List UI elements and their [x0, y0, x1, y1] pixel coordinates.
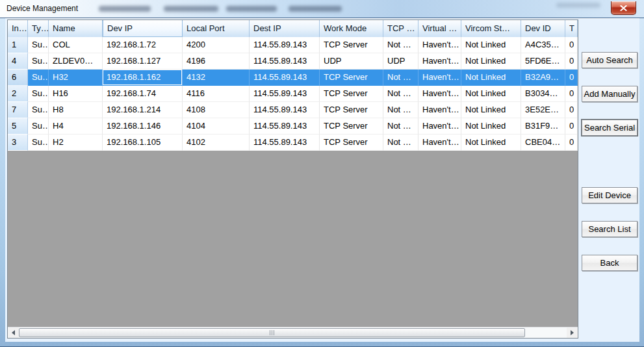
table-row[interactable]: 6Su…H32192.168.1.1624132114.55.89.143TCP… [8, 70, 578, 86]
table-cell[interactable]: 192.168.1.162 [103, 70, 183, 86]
table-cell[interactable]: 2 [8, 86, 28, 102]
table-cell[interactable]: 114.55.89.143 [250, 37, 320, 53]
search-serial-button[interactable]: Search Serial [582, 120, 638, 136]
table-cell[interactable]: 4200 [183, 37, 250, 53]
table-cell[interactable]: 192.168.1.146 [103, 118, 183, 135]
table-cell[interactable]: B32A9… [521, 70, 565, 86]
scrollbar-track[interactable] [19, 328, 567, 338]
table-cell[interactable]: TCP Server [320, 86, 383, 102]
table-cell[interactable]: Haven't… [419, 86, 461, 102]
table-cell[interactable]: 0 [565, 118, 578, 135]
search-list-button[interactable]: Search List [582, 221, 638, 237]
column-header-t[interactable]: T [565, 20, 578, 37]
table-row[interactable]: 3Su…H2192.168.1.1054102114.55.89.143TCP … [8, 135, 578, 151]
column-header-virtual[interactable]: Virtual … [419, 20, 461, 37]
table-cell[interactable]: Haven't… [419, 70, 461, 86]
table-cell[interactable]: 0 [565, 70, 578, 86]
table-cell[interactable]: Not Linked [461, 70, 521, 86]
table-cell[interactable]: 4104 [183, 118, 250, 135]
table-cell[interactable]: Not Linked [461, 135, 521, 151]
titlebar[interactable]: Device Management [0, 0, 644, 18]
table-cell[interactable]: 192.168.1.105 [103, 135, 183, 151]
table-cell[interactable]: H32 [49, 70, 103, 86]
table-row[interactable]: 1Su…COL192.168.1.724200114.55.89.143TCP … [8, 37, 578, 53]
table-cell[interactable]: Su… [28, 70, 49, 86]
table-cell[interactable]: 0 [565, 135, 578, 151]
table-cell[interactable]: Not … [383, 86, 419, 102]
table-cell[interactable]: Not Linked [461, 118, 521, 135]
table-cell[interactable]: 4 [8, 53, 28, 70]
auto-search-button[interactable]: Auto Search [582, 52, 638, 68]
table-cell[interactable]: Haven't… [419, 37, 461, 53]
column-header-vircom-st[interactable]: Vircom St… [461, 20, 521, 37]
table-cell[interactable]: Not … [383, 70, 419, 86]
table-cell[interactable]: A4C35… [521, 37, 565, 53]
column-header-name[interactable]: Name [49, 20, 103, 37]
table-cell[interactable]: 192.168.1.127 [103, 53, 183, 70]
table-cell[interactable]: Haven't… [419, 53, 461, 70]
table-cell[interactable]: B31F9… [521, 118, 565, 135]
table-cell[interactable]: TCP Server [320, 118, 383, 135]
table-cell[interactable]: Not Linked [461, 102, 521, 118]
table-cell[interactable]: 114.55.89.143 [250, 102, 320, 118]
table-cell[interactable]: Haven't… [419, 118, 461, 135]
table-cell[interactable]: Not … [383, 135, 419, 151]
edit-device-button[interactable]: Edit Device [582, 187, 638, 203]
table-cell[interactable]: 192.168.1.72 [103, 37, 183, 53]
table-cell[interactable]: Not Linked [461, 86, 521, 102]
table-cell[interactable]: 192.168.1.74 [103, 86, 183, 102]
column-header-tcp[interactable]: TCP … [383, 20, 419, 37]
horizontal-scrollbar[interactable] [8, 327, 578, 338]
table-cell[interactable]: 114.55.89.143 [250, 118, 320, 135]
table-cell[interactable]: 114.55.89.143 [250, 86, 320, 102]
column-header-work-mode[interactable]: Work Mode [320, 20, 383, 37]
table-cell[interactable]: 4196 [183, 53, 250, 70]
table-cell[interactable]: 5FD6E… [521, 53, 565, 70]
table-cell[interactable]: 114.55.89.143 [250, 53, 320, 70]
table-cell[interactable]: Su… [28, 118, 49, 135]
scrollbar-thumb[interactable] [19, 328, 525, 337]
table-cell[interactable]: UDP [383, 53, 419, 70]
scroll-right-button[interactable] [567, 328, 578, 338]
add-manually-button[interactable]: Add Manually [582, 86, 638, 102]
column-header-dev-id[interactable]: Dev ID [521, 20, 565, 37]
table-cell[interactable]: H4 [49, 118, 103, 135]
table-cell[interactable]: ZLDEV0… [49, 53, 103, 70]
column-header-local-port[interactable]: Local Port [183, 20, 250, 37]
table-cell[interactable]: 114.55.89.143 [250, 135, 320, 151]
table-cell[interactable]: Haven't… [419, 102, 461, 118]
column-header-dev-ip[interactable]: Dev IP [103, 20, 183, 37]
table-cell[interactable]: UDP [320, 53, 383, 70]
table-cell[interactable]: TCP Server [320, 37, 383, 53]
table-cell[interactable]: Su… [28, 53, 49, 70]
table-cell[interactable]: TCP Server [320, 70, 383, 86]
back-button[interactable]: Back [582, 255, 638, 271]
table-cell[interactable]: Su… [28, 86, 49, 102]
table-cell[interactable]: TCP Server [320, 102, 383, 118]
table-cell[interactable]: 4108 [183, 102, 250, 118]
table-cell[interactable]: Not … [383, 37, 419, 53]
table-cell[interactable]: Su… [28, 135, 49, 151]
table-cell[interactable]: 1 [8, 37, 28, 53]
table-cell[interactable]: 4116 [183, 86, 250, 102]
table-cell[interactable]: 0 [565, 86, 578, 102]
table-cell[interactable]: 114.55.89.143 [250, 70, 320, 86]
table-cell[interactable]: 0 [565, 37, 578, 53]
column-header-in[interactable]: In… [8, 20, 28, 37]
table-cell[interactable]: COL [49, 37, 103, 53]
close-button[interactable] [611, 1, 636, 15]
table-cell[interactable]: 4102 [183, 135, 250, 151]
table-cell[interactable]: 3E52E… [521, 102, 565, 118]
table-row[interactable]: 7Su…H8192.168.1.2144108114.55.89.143TCP … [8, 102, 578, 118]
table-cell[interactable]: H16 [49, 86, 103, 102]
table-row[interactable]: 5Su…H4192.168.1.1464104114.55.89.143TCP … [8, 118, 578, 135]
table-cell[interactable]: 0 [565, 53, 578, 70]
table-cell[interactable]: TCP Server [320, 135, 383, 151]
table-cell[interactable]: Haven't… [419, 135, 461, 151]
scroll-left-button[interactable] [8, 328, 19, 338]
table-cell[interactable]: 6 [8, 70, 28, 86]
table-cell[interactable]: 4132 [183, 70, 250, 86]
column-header-dest-ip[interactable]: Dest IP [250, 20, 320, 37]
table-cell[interactable]: Not Linked [461, 37, 521, 53]
table-cell[interactable]: Not Linked [461, 53, 521, 70]
